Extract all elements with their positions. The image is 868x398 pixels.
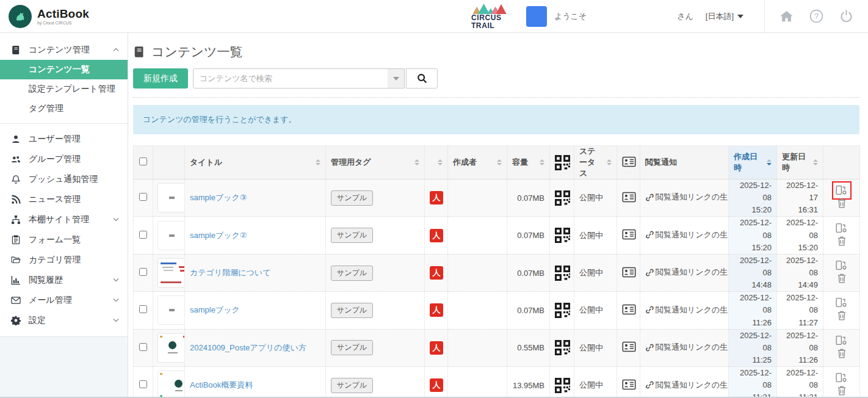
trash-icon — [836, 236, 848, 247]
power-button[interactable] — [839, 9, 853, 23]
content-settings-button[interactable] — [836, 297, 848, 308]
delete-button[interactable] — [836, 385, 848, 396]
select-all-checkbox[interactable] — [139, 157, 147, 165]
sort-icon-active[interactable] — [763, 159, 772, 165]
sidebar-item[interactable]: プッシュ通知管理 — [0, 169, 128, 189]
id-card-icon[interactable] — [622, 304, 636, 315]
chevron-down-icon — [113, 318, 119, 322]
notify-link[interactable]: 閲覧通知リンクの生成 — [645, 230, 729, 241]
author-column-header[interactable]: 作成者 — [448, 146, 507, 179]
settings-icon — [836, 372, 848, 383]
pdf-icon: 人 — [430, 380, 443, 389]
home-button[interactable] — [779, 9, 794, 23]
id-card-icon[interactable] — [622, 229, 636, 240]
sort-icon[interactable] — [312, 159, 320, 165]
search-button[interactable] — [406, 68, 438, 89]
content-title-link[interactable]: 20241009_Posteアプリの使い方 — [190, 343, 306, 352]
qr-code-icon[interactable] — [555, 342, 570, 352]
sidebar-item-label: フォーム一覧 — [29, 234, 81, 245]
sort-icon[interactable] — [493, 159, 502, 165]
sidebar-item[interactable]: 本棚サイト管理 — [0, 209, 128, 230]
link-icon — [645, 305, 654, 314]
delete-button[interactable] — [836, 273, 848, 284]
sidebar-item[interactable]: フォーム一覧 — [0, 230, 128, 250]
delete-button[interactable] — [836, 198, 848, 209]
sort-icon[interactable] — [809, 159, 818, 165]
link-icon — [645, 193, 654, 202]
content-title-link[interactable]: カテゴリ階層について — [190, 268, 270, 277]
sidebar-item[interactable]: ニュース管理 — [0, 189, 128, 209]
row-checkbox[interactable] — [139, 305, 147, 313]
notify-link[interactable]: 閲覧通知リンクの生成 — [645, 380, 729, 391]
actibook-logo[interactable]: ActiBook by Cloud CIRCUS — [9, 5, 89, 28]
content-title-link[interactable]: sampleブック② — [190, 231, 247, 240]
trash-icon — [836, 385, 848, 396]
tag-column-header[interactable]: 管理用タグ — [326, 146, 425, 179]
sort-icon[interactable] — [411, 159, 419, 165]
status-column-header[interactable]: ステータス — [574, 146, 617, 179]
sidebar-item[interactable]: メール管理 — [0, 290, 128, 310]
qr-code-icon[interactable] — [555, 267, 570, 277]
sort-icon[interactable] — [434, 159, 443, 165]
sidebar-item[interactable]: コンテンツ管理 — [0, 40, 128, 60]
sidebar-item[interactable]: グループ管理 — [0, 149, 128, 169]
help-button[interactable]: ? — [809, 9, 823, 23]
content-title-link[interactable]: ActiBook概要資料 — [190, 380, 253, 389]
notify-link[interactable]: 閲覧通知リンクの生成 — [645, 305, 729, 316]
content-title-link[interactable]: sampleブック③ — [190, 193, 247, 202]
qr-code-icon[interactable] — [555, 193, 570, 202]
sidebar-divider — [0, 123, 128, 124]
id-card-icon[interactable] — [622, 267, 636, 278]
sidebar-item[interactable]: 設定 — [0, 310, 128, 330]
content-settings-button[interactable] — [836, 335, 848, 346]
link-icon — [645, 230, 654, 239]
updated-column-header[interactable]: 更新日時 — [777, 146, 823, 179]
content-settings-button[interactable] — [836, 185, 848, 196]
content-settings-button[interactable] — [836, 372, 848, 383]
delete-button[interactable] — [836, 236, 848, 247]
sidebar-item[interactable]: カテゴリ管理 — [0, 250, 128, 270]
notify-link[interactable]: 閲覧通知リンクの生成 — [645, 267, 729, 278]
qr-code-icon[interactable] — [555, 305, 570, 314]
settings-icon — [836, 260, 848, 271]
create-new-button[interactable]: 新規作成 — [133, 68, 188, 89]
content-settings-button[interactable] — [836, 260, 848, 271]
sidebar-subitem[interactable]: タグ管理 — [0, 99, 128, 118]
qr-code-icon[interactable] — [555, 380, 570, 389]
notify-link[interactable]: 閲覧通知リンクの生成 — [645, 342, 729, 353]
size-cell: 0.07MB — [507, 217, 550, 254]
notify-link[interactable]: 閲覧通知リンクの生成 — [645, 192, 729, 203]
language-dropdown[interactable]: [日本語] — [706, 11, 743, 22]
sidebar-subitem[interactable]: 設定テンプレート管理 — [0, 79, 128, 99]
row-checkbox[interactable] — [139, 231, 147, 239]
settings-icon — [836, 297, 848, 308]
sidebar-item[interactable]: ユーザー管理 — [0, 129, 128, 149]
user-avatar[interactable] — [526, 6, 547, 27]
created-column-header[interactable]: 作成日時 — [729, 146, 777, 179]
sort-icon[interactable] — [536, 159, 544, 165]
sort-icon[interactable] — [603, 159, 612, 165]
row-checkbox[interactable] — [139, 268, 147, 276]
size-column-header[interactable]: 容量 — [507, 146, 550, 179]
id-card-icon[interactable] — [622, 379, 636, 390]
partner-logo-line2: TRAIL — [471, 22, 494, 30]
filetype-column-header[interactable] — [425, 146, 448, 179]
content-settings-button[interactable] — [836, 223, 848, 234]
sidebar-filler — [0, 336, 128, 397]
row-checkbox[interactable] — [139, 343, 147, 351]
delete-button[interactable] — [836, 348, 848, 359]
sidebar-item[interactable]: 閲覧履歴 — [0, 270, 128, 290]
title-column-header[interactable]: タイトル — [185, 146, 326, 179]
row-checkbox[interactable] — [139, 193, 147, 201]
sidebar-subitem[interactable]: コンテンツ一覧 — [0, 60, 128, 79]
trash-icon — [836, 273, 848, 284]
qr-code-icon[interactable] — [555, 230, 570, 239]
content-search-input[interactable] — [193, 68, 405, 89]
search-options-dropdown[interactable] — [388, 69, 404, 88]
delete-button[interactable] — [836, 310, 848, 321]
id-card-icon[interactable] — [622, 341, 636, 352]
content-title-link[interactable]: sampleブック — [190, 305, 240, 314]
row-checkbox[interactable] — [139, 380, 147, 388]
id-card-icon[interactable] — [622, 192, 636, 203]
settings-icon — [836, 223, 848, 234]
